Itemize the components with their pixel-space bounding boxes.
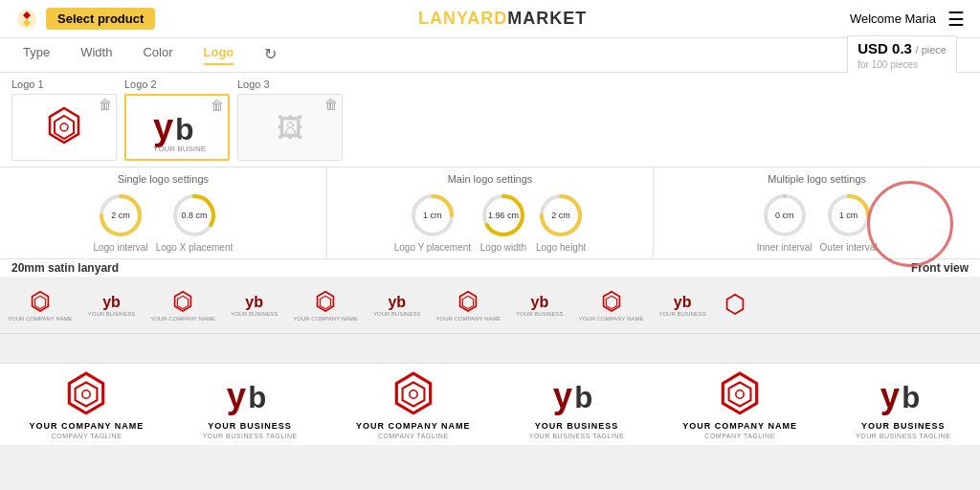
bottom-name-1: YOUR COMPANY NAME <box>30 421 145 431</box>
knob-width-value: 1.96 cm <box>488 211 519 220</box>
lanyard-item <box>722 292 748 319</box>
bottom-name-6: YOUR BUSINESS <box>861 421 946 431</box>
logo3-label: Logo 3 <box>237 78 343 90</box>
brand-title: LANYARDMARKET <box>418 9 587 29</box>
lanyard-item: YOUR COMPANY NAME <box>435 289 501 322</box>
svg-marker-23 <box>606 296 616 308</box>
lanyard-preview: YOUR COMPANY NAME yb YOUR BUSINESS YOUR … <box>0 277 980 490</box>
logo2-delete-icon[interactable]: 🗑 <box>211 98 224 113</box>
bottom-preview-item-1: YOUR COMPANY NAME COMPANY TAGLINE <box>30 369 145 439</box>
tabs-right: USD 0.3 / piece for 100 pieces <box>847 35 957 76</box>
bottom-tagline-4: Your Business Tagline <box>529 433 624 439</box>
svg-marker-19 <box>321 296 331 308</box>
knob-inner-interval: 0 cm Inner interval <box>757 190 813 253</box>
knob-logo-x: 0.8 cm Logo X placement <box>156 190 234 253</box>
tab-color[interactable]: Color <box>143 45 172 65</box>
knob-inner-value: 0 cm <box>775 211 794 220</box>
logo-box-2[interactable]: y b YOUR BUSINESS 🗑 <box>124 94 230 161</box>
knob-height-value: 2 cm <box>551 211 570 220</box>
price-note: for 100 pieces <box>858 59 918 70</box>
svg-text:YOUR BUSINESS: YOUR BUSINESS <box>153 145 206 153</box>
bottom-yb-6: y b <box>879 369 928 419</box>
logo-icon <box>15 8 38 31</box>
bottom-tagline-5: COMPANY TAGLINE <box>704 433 775 439</box>
knob-interval-label: Logo interval <box>93 242 147 253</box>
multiple-logo-settings: Multiple logo settings 0 cm Inner interv… <box>654 167 980 258</box>
knob-logo-width: 1.96 cm Logo width <box>479 190 528 253</box>
lanyard-item: YOUR COMPANY NAME <box>293 289 358 322</box>
bottom-preview-item-2: y b YOUR BUSINESS Your Business Tagline <box>202 369 297 439</box>
lanyard-item: yb YOUR BUSINESS <box>373 294 420 317</box>
svg-text:b: b <box>575 381 593 414</box>
bottom-name-4: YOUR BUSINESS <box>535 421 619 431</box>
settings-row: Single logo settings 2 cm Logo interval <box>0 167 980 259</box>
logo3-delete-icon[interactable]: 🗑 <box>324 97 338 112</box>
product-label: 20mm satin lanyard <box>11 261 119 275</box>
knob-logo-height: 2 cm Logo height <box>536 190 586 253</box>
header-left: Select product <box>15 8 155 31</box>
bottom-preview-item-6: y b YOUR BUSINESS Your Business Tagline <box>856 369 950 439</box>
svg-text:y: y <box>153 107 173 147</box>
svg-text:b: b <box>248 381 266 414</box>
knob-logo-interval: 2 cm Logo interval <box>93 190 147 253</box>
lanyard-item: yb YOUR BUSINESS <box>88 294 135 317</box>
yb-logo-2: y b YOUR BUSINESS <box>148 101 206 154</box>
knob-logo-y: 1 cm Logo Y placement <box>394 190 471 253</box>
logo1-label: Logo 1 <box>11 78 117 90</box>
header: Select product LANYARDMARKET Welcome Mar… <box>0 0 980 38</box>
bottom-preview-item-4: y b YOUR BUSINESS Your Business Tagline <box>529 369 624 439</box>
hamburger-icon[interactable]: ☰ <box>947 8 965 31</box>
header-right: Welcome Maria ☰ <box>850 8 965 31</box>
main-logo-settings: Main logo settings 1 cm Logo Y placement <box>327 167 655 258</box>
bottom-name-2: YOUR BUSINESS <box>208 421 292 431</box>
welcome-text: Welcome Maria <box>850 11 936 26</box>
svg-point-3 <box>60 123 68 131</box>
single-settings-title: Single logo settings <box>11 173 315 185</box>
logo-box-3[interactable]: 🖼 🗑 <box>237 94 343 161</box>
lanyard-item: yb YOUR BUSINESS <box>658 294 705 317</box>
lanyard-item: yb YOUR BUSINESS <box>231 294 278 317</box>
bottom-tagline-2: Your Business Tagline <box>202 433 297 439</box>
svg-marker-36 <box>729 383 751 407</box>
svg-text:y: y <box>880 376 900 415</box>
svg-marker-15 <box>34 296 45 308</box>
svg-point-27 <box>82 390 90 398</box>
lanyard-item: YOUR COMPANY NAME <box>579 289 644 322</box>
tab-type[interactable]: Type <box>23 45 50 65</box>
price-per: / piece <box>916 44 947 56</box>
bottom-tagline-6: Your Business Tagline <box>856 433 950 439</box>
logo1-delete-icon[interactable]: 🗑 <box>99 97 112 112</box>
single-knobs-row: 2 cm Logo interval 0.8 cm Logo X placeme… <box>11 190 315 253</box>
bottom-name-3: YOUR COMPANY NAME <box>356 421 471 431</box>
tab-width[interactable]: Width <box>80 45 112 65</box>
hex-logo-1 <box>40 103 88 151</box>
price-badge: USD 0.3 / piece for 100 pieces <box>847 35 957 76</box>
logo2-label: Logo 2 <box>124 78 230 90</box>
knob-inner-label: Inner interval <box>757 242 813 253</box>
tabs-left: Type Width Color Logo ↻ <box>23 45 277 65</box>
svg-marker-21 <box>463 296 474 308</box>
bottom-tagline-1: COMPANY TAGLINE <box>52 433 122 439</box>
svg-point-37 <box>736 390 744 398</box>
svg-text:y: y <box>553 376 573 415</box>
bottom-hex-5 <box>715 369 765 419</box>
bottom-name-5: YOUR COMPANY NAME <box>682 421 797 431</box>
preview-header: 20mm satin lanyard Front view <box>0 259 980 277</box>
price-amount: USD 0.3 <box>858 40 912 56</box>
bottom-hex-3 <box>389 369 438 419</box>
svg-point-32 <box>410 390 417 398</box>
logo-box-1[interactable]: 🗑 <box>11 94 117 161</box>
select-product-button[interactable]: Select product <box>46 8 155 30</box>
svg-marker-31 <box>402 383 424 407</box>
logo-panel-3: Logo 3 🖼 🗑 <box>237 78 343 161</box>
bottom-yb-4: y b <box>551 369 601 419</box>
lanyard-item: YOUR COMPANY NAME <box>8 289 73 322</box>
svg-marker-24 <box>726 294 743 313</box>
tabs-bar: Type Width Color Logo ↻ USD 0.3 / piece … <box>0 38 980 73</box>
logo-panel-2: Logo 2 y b YOUR BUSINESS 🗑 <box>124 78 230 161</box>
refresh-icon[interactable]: ↻ <box>264 45 277 65</box>
svg-marker-26 <box>76 383 98 407</box>
tab-logo[interactable]: Logo <box>204 45 234 65</box>
bottom-preview-item-5: YOUR COMPANY NAME COMPANY TAGLINE <box>682 369 797 439</box>
knob-outer-interval: 1 cm Outer interval <box>820 190 878 253</box>
